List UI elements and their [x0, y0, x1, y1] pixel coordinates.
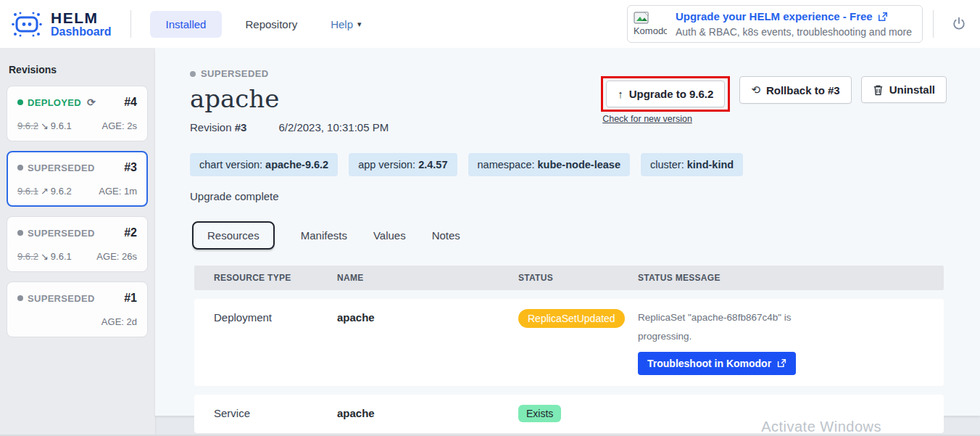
app-version-badge: app version: 2.4.57 — [349, 153, 457, 176]
revision-versions: 9.6.2↘9.6.1 — [17, 251, 72, 262]
revision-card-2[interactable]: SUPERSEDED #2 9.6.2↘9.6.1 AGE: 26s — [7, 216, 148, 272]
komodor-alt-text: Komodor — [634, 25, 667, 37]
revision-age: AGE: 2s — [102, 120, 137, 131]
nav-help-dropdown[interactable]: Help ▾ — [320, 11, 371, 38]
top-navigation-bar: HELM Dashboard Installed Repository Help… — [0, 0, 980, 48]
resource-type-cell: Deployment — [214, 311, 337, 324]
revisions-heading: Revisions — [9, 64, 148, 75]
trend-down-icon: ↘ — [41, 120, 49, 131]
resource-type-cell: Service — [214, 407, 337, 419]
col-header-status: STATUS — [518, 273, 638, 283]
nav-tab-repository[interactable]: Repository — [229, 11, 313, 38]
release-description: Upgrade complete — [190, 190, 947, 202]
revision-age: AGE: 1m — [99, 186, 137, 197]
broken-image-icon — [634, 12, 649, 25]
komodor-promo-banner[interactable]: Komodor Upgrade your HELM experience - F… — [627, 5, 923, 43]
nav-tab-installed[interactable]: Installed — [150, 11, 223, 38]
col-header-name: NAME — [337, 273, 518, 283]
col-header-status-message: STATUS MESSAGE — [638, 273, 944, 283]
revision-versions: 9.6.2↘9.6.1 — [17, 120, 72, 131]
status-dot-icon — [17, 230, 23, 236]
rollback-icon: ⟲ — [751, 83, 760, 96]
uninstall-button[interactable]: Uninstall — [861, 76, 947, 103]
revision-card-3-selected[interactable]: SUPERSEDED #3 9.6.1↗9.6.2 AGE: 1m — [7, 151, 148, 207]
helm-logo-icon — [10, 9, 43, 38]
revision-card-4[interactable]: DEPLOYED ⟳ #4 9.6.2↘9.6.1 AGE: 2s — [7, 86, 148, 141]
tab-manifests[interactable]: Manifests — [301, 229, 347, 242]
status-message-line2: progressing. — [638, 327, 944, 346]
logo-subtitle: Dashboard — [51, 26, 112, 38]
header-divider-2 — [933, 10, 934, 38]
header-divider — [130, 10, 131, 38]
table-header-row: RESOURCE TYPE NAME STATUS STATUS MESSAGE — [194, 266, 944, 290]
status-dot-icon — [190, 71, 196, 77]
resource-name-cell: apache — [337, 311, 518, 324]
revision-status: SUPERSEDED — [17, 163, 95, 173]
detail-tabs: Resources Manifests Values Notes — [192, 221, 947, 250]
revision-versions: 9.6.1↗9.6.2 — [17, 186, 72, 197]
activate-windows-watermark: Activate Windows — [761, 419, 881, 435]
resource-message-cell: ReplicaSet "apache-68fb867c4b" is progre… — [638, 311, 944, 375]
status-badge: Exists — [518, 405, 561, 422]
refresh-icon: ⟳ — [87, 96, 96, 108]
tab-values[interactable]: Values — [373, 229, 406, 242]
komodor-broken-image: Komodor — [634, 12, 667, 37]
tab-notes[interactable]: Notes — [432, 229, 460, 242]
chevron-down-icon: ▾ — [357, 20, 362, 29]
banner-subtitle: Auth & RBAC, k8s events, troubleshooting… — [676, 25, 912, 39]
revision-number: #2 — [124, 226, 137, 239]
revision-number: #1 — [124, 292, 137, 305]
revision-card-1[interactable]: SUPERSEDED #1 AGE: 2d — [7, 281, 148, 337]
status-dot-icon — [17, 99, 23, 105]
power-shutdown-button[interactable] — [951, 16, 967, 32]
trend-down-icon: ↘ — [41, 251, 49, 262]
release-meta-badges: chart version: apache-9.6.2 app version:… — [190, 153, 947, 176]
cluster-badge: cluster: kind-kind — [641, 153, 743, 176]
namespace-badge: namespace: kube-node-lease — [468, 153, 630, 176]
release-detail-panel: SUPERSEDED apache Revision #3 6/2/2023, … — [155, 48, 980, 416]
external-link-icon — [777, 358, 786, 368]
revision-status: SUPERSEDED — [17, 293, 95, 304]
upgrade-highlight-annotation: ↑ Upgrade to 9.6.2 — [601, 76, 730, 112]
resource-status-cell: Exists — [518, 407, 638, 422]
power-icon — [951, 16, 967, 32]
table-row-deployment: Deployment apache ReplicaSetUpdated Repl… — [194, 299, 944, 386]
trash-icon — [873, 84, 884, 96]
tab-resources[interactable]: Resources — [192, 221, 275, 250]
upgrade-arrow-icon: ↑ — [618, 88, 623, 100]
revisions-sidebar: Revisions DEPLOYED ⟳ #4 9.6.2↘9.6.1 AGE:… — [0, 48, 155, 436]
resource-status-cell: ReplicaSetUpdated — [518, 311, 638, 328]
revision-date: 6/2/2023, 10:31:05 PM — [278, 121, 389, 133]
revision-age: AGE: 2d — [101, 316, 137, 327]
chart-version-badge: chart version: apache-9.6.2 — [190, 153, 338, 176]
revision-status: SUPERSEDED — [17, 228, 95, 239]
rollback-button[interactable]: ⟲ Rollback to #3 — [739, 76, 851, 104]
logo-title: HELM — [51, 10, 112, 26]
release-actions: ↑ Upgrade to 9.6.2 Check for new version… — [601, 76, 947, 124]
status-dot-icon — [17, 165, 23, 170]
resource-name-cell: apache — [337, 407, 518, 419]
main-nav: Installed Repository Help ▾ — [150, 11, 372, 38]
upgrade-button[interactable]: ↑ Upgrade to 9.6.2 — [606, 81, 725, 107]
revision-status: DEPLOYED ⟳ — [17, 96, 96, 108]
col-header-resource-type: RESOURCE TYPE — [214, 273, 337, 283]
external-link-icon — [878, 12, 888, 22]
resources-table: RESOURCE TYPE NAME STATUS STATUS MESSAGE… — [194, 266, 944, 433]
help-label: Help — [331, 18, 353, 30]
revision-number: #4 — [124, 96, 137, 109]
trend-up-icon: ↗ — [41, 186, 49, 197]
check-new-version-link[interactable]: Check for new version — [602, 114, 730, 124]
troubleshoot-komodor-button[interactable]: Troubleshoot in Komodor — [638, 352, 796, 375]
helm-dashboard-logo[interactable]: HELM Dashboard — [10, 9, 112, 38]
status-dot-icon — [17, 295, 23, 301]
banner-title[interactable]: Upgrade your HELM experience - Free — [676, 9, 873, 25]
revision-number: #3 — [124, 161, 137, 174]
revision-age: AGE: 26s — [96, 251, 137, 262]
status-message-line1: ReplicaSet "apache-68fb867c4b" is — [638, 308, 944, 327]
status-badge: ReplicaSetUpdated — [518, 309, 625, 328]
